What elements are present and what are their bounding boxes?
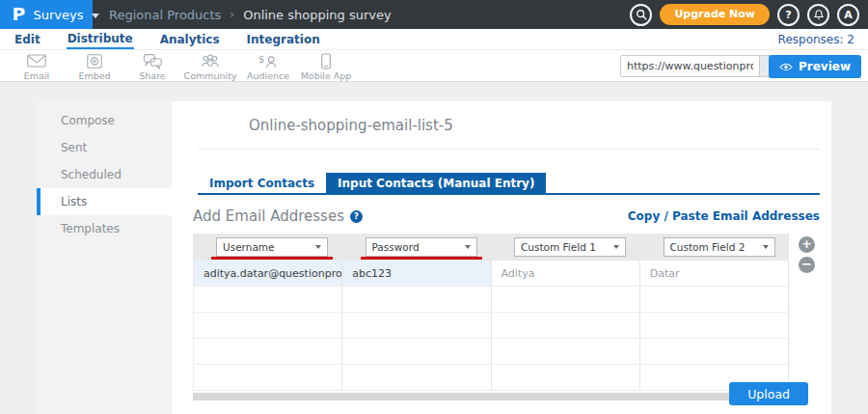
sidebar-item-lists[interactable]: Lists bbox=[37, 188, 172, 215]
column-field-select-password[interactable]: Password bbox=[366, 237, 477, 257]
share-icon bbox=[143, 52, 163, 69]
cell-custom-2[interactable] bbox=[640, 339, 789, 364]
questionpro-logo-icon: P bbox=[12, 5, 25, 24]
community-icon bbox=[200, 52, 221, 69]
cell-password[interactable]: abc123 bbox=[342, 261, 491, 286]
cell-password[interactable] bbox=[342, 313, 491, 338]
breadcrumb-survey-name: Online shopping survey bbox=[243, 8, 392, 22]
bell-icon bbox=[813, 9, 825, 20]
cell-email[interactable] bbox=[193, 313, 342, 338]
email-list-title: Online-shopping-email-list-5 bbox=[249, 117, 831, 134]
table-row: aditya.datar@questionpro.com abc123 Adit… bbox=[193, 261, 789, 287]
column-field-select-username[interactable]: Username bbox=[216, 237, 328, 257]
svg-text:$: $ bbox=[258, 54, 264, 65]
sidebar-item-sent[interactable]: Sent bbox=[37, 134, 172, 161]
column-field-select-custom-field-2[interactable]: Custom Field 2 bbox=[664, 237, 775, 257]
contacts-table: Username Password Custom Field 1 bbox=[193, 234, 789, 400]
help-button[interactable]: ? bbox=[777, 4, 800, 26]
cell-password[interactable] bbox=[342, 287, 491, 312]
toolbar-item-audience[interactable]: $ Audience bbox=[239, 52, 297, 81]
product-switcher[interactable]: P Surveys bbox=[0, 0, 93, 29]
search-button[interactable] bbox=[630, 4, 652, 26]
eye-icon bbox=[779, 63, 793, 71]
chevron-down-icon bbox=[315, 245, 321, 249]
chevron-down-icon bbox=[92, 14, 99, 18]
cell-email[interactable] bbox=[193, 287, 342, 312]
column-header-1: Username bbox=[193, 234, 342, 261]
cell-email[interactable]: aditya.datar@questionpro.com bbox=[193, 261, 342, 286]
toolbar-item-share[interactable]: Share bbox=[123, 52, 181, 81]
notifications-button[interactable] bbox=[807, 4, 829, 26]
email-icon bbox=[26, 52, 47, 69]
table-row bbox=[193, 365, 789, 391]
cell-email[interactable] bbox=[193, 365, 342, 390]
search-icon bbox=[636, 9, 647, 20]
audience-icon: $ bbox=[258, 52, 279, 69]
embed-icon bbox=[86, 52, 103, 69]
survey-url-input[interactable] bbox=[621, 56, 759, 76]
chevron-down-icon bbox=[763, 245, 769, 249]
contacts-table-header: Username Password Custom Field 1 bbox=[193, 234, 789, 261]
toolbar-item-email[interactable]: Email bbox=[8, 52, 66, 81]
cell-custom-2[interactable] bbox=[640, 287, 789, 312]
tab-import-contacts[interactable]: Import Contacts bbox=[198, 173, 326, 193]
table-row bbox=[193, 313, 789, 339]
cell-custom-2[interactable]: Datar bbox=[640, 261, 789, 286]
section-title: Add Email Addresses bbox=[193, 207, 344, 225]
upgrade-now-button[interactable]: Upgrade Now bbox=[660, 4, 770, 25]
survey-url-group: ✎ bbox=[620, 55, 789, 77]
cell-custom-1[interactable] bbox=[492, 365, 640, 390]
cell-custom-1[interactable] bbox=[492, 287, 640, 312]
toolbar-item-embed[interactable]: Embed bbox=[66, 52, 123, 81]
cell-email[interactable] bbox=[193, 339, 342, 364]
add-row-button[interactable]: + bbox=[799, 236, 815, 253]
chevron-down-icon bbox=[613, 245, 619, 249]
column-header-2: Password bbox=[342, 234, 492, 261]
column-field-select-custom-field-1[interactable]: Custom Field 1 bbox=[514, 237, 626, 257]
tab-input-contacts-manual-entry[interactable]: Input Contacts (Manual Entry) bbox=[326, 173, 546, 193]
contacts-tabs: Import Contacts Input Contacts (Manual E… bbox=[198, 173, 820, 195]
preview-button[interactable]: Preview bbox=[769, 55, 861, 78]
distribute-sidebar: Compose Sent Scheduled Lists Templates bbox=[37, 101, 172, 414]
column-header-4: Custom Field 2 bbox=[640, 234, 790, 261]
breadcrumb-separator: › bbox=[221, 8, 243, 21]
survey-nav: Edit Distribute Analytics Integration Re… bbox=[0, 29, 868, 50]
remove-row-button[interactable]: − bbox=[799, 257, 815, 273]
tab-edit[interactable]: Edit bbox=[14, 31, 41, 48]
breadcrumb: Regional Products › Online shopping surv… bbox=[109, 8, 392, 22]
tab-integration[interactable]: Integration bbox=[246, 31, 321, 48]
sidebar-item-compose[interactable]: Compose bbox=[37, 107, 172, 134]
required-field-underline bbox=[211, 257, 333, 260]
responses-count[interactable]: Responses: 2 bbox=[778, 33, 854, 46]
avatar[interactable]: A bbox=[837, 4, 859, 26]
toolbar-item-community[interactable]: Community bbox=[181, 52, 239, 81]
product-name: Surveys bbox=[33, 8, 83, 22]
upload-button[interactable]: Upload bbox=[729, 382, 808, 405]
cell-password[interactable] bbox=[342, 339, 491, 364]
chevron-down-icon bbox=[465, 245, 471, 249]
sidebar-item-scheduled[interactable]: Scheduled bbox=[37, 161, 172, 188]
mobile-app-icon bbox=[320, 52, 332, 69]
column-header-3: Custom Field 1 bbox=[491, 234, 640, 261]
add-emails-header-row: Add Email Addresses ? Copy / Paste Email… bbox=[193, 207, 820, 225]
cell-password[interactable] bbox=[342, 365, 491, 390]
topbar-actions: Upgrade Now ? A bbox=[630, 0, 859, 29]
cell-custom-1[interactable]: Aditya bbox=[492, 261, 640, 286]
tab-distribute[interactable]: Distribute bbox=[67, 30, 134, 49]
help-tooltip-icon[interactable]: ? bbox=[350, 210, 363, 223]
title-divider bbox=[198, 149, 820, 150]
cell-custom-2[interactable] bbox=[640, 313, 789, 338]
table-row bbox=[193, 287, 789, 313]
copy-paste-email-addresses-link[interactable]: Copy / Paste Email Addresses bbox=[628, 209, 820, 223]
horizontal-scrollbar[interactable] bbox=[193, 393, 789, 400]
table-row bbox=[193, 339, 789, 365]
sidebar-item-templates[interactable]: Templates bbox=[37, 215, 172, 242]
cell-custom-1[interactable] bbox=[492, 339, 640, 364]
toolbar-item-mobile-app[interactable]: Mobile App bbox=[297, 52, 355, 81]
row-controls: + − bbox=[799, 236, 815, 273]
breadcrumb-folder[interactable]: Regional Products bbox=[109, 8, 221, 22]
distribute-toolbar: Email Embed Share Community $ Audience M… bbox=[0, 50, 868, 82]
main-panel: Online-shopping-email-list-5 Import Cont… bbox=[172, 101, 831, 414]
cell-custom-1[interactable] bbox=[492, 313, 640, 338]
tab-analytics[interactable]: Analytics bbox=[159, 31, 221, 48]
